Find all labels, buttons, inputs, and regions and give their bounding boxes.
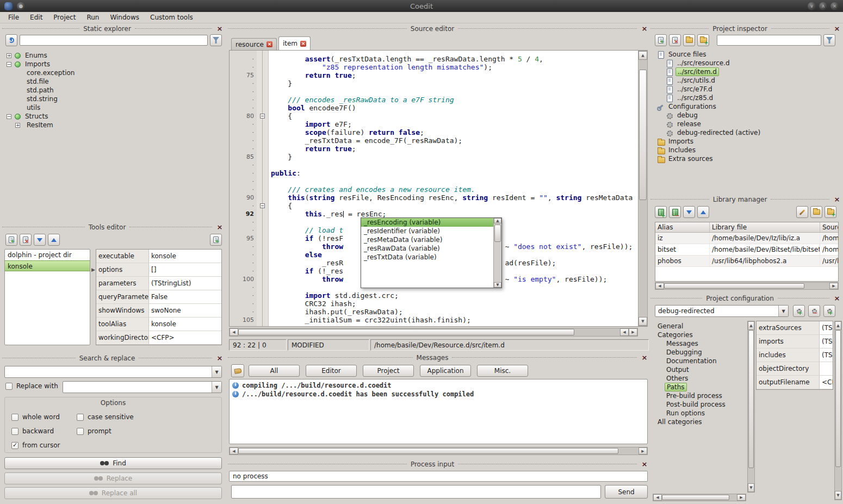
- close-panel-icon[interactable]: ×: [641, 461, 648, 468]
- property-value[interactable]: <CFP>: [820, 376, 833, 389]
- property-row[interactable]: executable konsole: [96, 250, 221, 263]
- property-value[interactable]: (TStringList): [820, 335, 833, 348]
- scrollbar-thumb[interactable]: [494, 225, 501, 242]
- library-row[interactable]: iz /home/basile/Dev/Iz/lib/iz.a /home/ba…: [655, 233, 838, 244]
- replace-button[interactable]: Replace: [4, 472, 222, 484]
- tree-item[interactable]: + Enums: [4, 51, 222, 60]
- replace-all-button[interactable]: Replace all: [4, 487, 222, 499]
- category-item[interactable]: General: [653, 322, 746, 331]
- editor-horizontal-scrollbar[interactable]: ◀ ◀ ▶: [229, 328, 638, 337]
- editor-tab[interactable]: item ×: [278, 36, 311, 50]
- filter-button[interactable]: [210, 34, 222, 46]
- categories-vertical-scrollbar[interactable]: ▲ ▼: [747, 321, 755, 493]
- property-row[interactable]: toolAlias konsole: [96, 318, 221, 331]
- chevron-down-icon[interactable]: ▼: [778, 306, 788, 316]
- scrollbar-thumb[interactable]: [748, 330, 754, 468]
- remove-source-button[interactable]: [669, 34, 681, 46]
- code-line[interactable]: ·: [230, 88, 647, 96]
- option-checkbox[interactable]: [77, 414, 84, 421]
- property-row[interactable]: extraSources (TStringList): [757, 321, 833, 335]
- tree-item[interactable]: Imports: [655, 137, 839, 146]
- fold-collapse-icon[interactable]: −: [260, 203, 265, 208]
- menu-item[interactable]: Custom tools: [145, 13, 198, 22]
- property-value[interactable]: [820, 362, 833, 375]
- scrollbar-thumb[interactable]: [664, 283, 804, 289]
- code-line[interactable]: · "z85 representation length mismatches"…: [230, 63, 647, 71]
- add-configuration-button[interactable]: [793, 305, 805, 317]
- tree-item[interactable]: + ResItem: [4, 121, 222, 129]
- property-row[interactable]: queryParameters False: [96, 290, 221, 304]
- message-filter-button[interactable]: Project: [363, 365, 414, 377]
- search-option[interactable]: from cursor: [11, 441, 77, 449]
- property-value[interactable]: konsole: [149, 318, 221, 331]
- remove-tool-button[interactable]: [20, 234, 32, 246]
- tree-item[interactable]: std.path: [4, 86, 222, 95]
- scrollbar-thumb[interactable]: [238, 448, 618, 454]
- code-line[interactable]: · import std.digest.crc;: [230, 291, 647, 300]
- code-line[interactable]: ·: [230, 161, 647, 169]
- property-row[interactable]: workingDirectory <CFP>: [96, 331, 221, 345]
- remove-library-button[interactable]: [669, 206, 681, 218]
- scroll-up-icon[interactable]: ▲: [835, 321, 841, 330]
- search-option[interactable]: case sensitive: [77, 413, 221, 421]
- categories-horizontal-scrollbar[interactable]: ◀ ▶: [653, 494, 746, 501]
- code-line[interactable]: ·: [230, 177, 647, 185]
- category-item[interactable]: Documentation: [653, 357, 746, 365]
- category-item[interactable]: Output: [653, 365, 746, 374]
- tree-item[interactable]: std.string: [4, 95, 222, 103]
- fold-margin[interactable]: −: [257, 202, 269, 210]
- option-checkbox[interactable]: [11, 414, 18, 421]
- scroll-left-icon[interactable]: ◀: [230, 328, 238, 336]
- menu-item[interactable]: Run: [82, 13, 104, 22]
- column-header[interactable]: Alias: [655, 222, 710, 232]
- tool-list-item[interactable]: konsole: [5, 260, 90, 271]
- column-header[interactable]: Library file: [710, 222, 820, 232]
- message-filter-button[interactable]: All: [249, 365, 300, 377]
- message-filter-button[interactable]: Misc.: [477, 365, 528, 377]
- category-item[interactable]: Post-build process: [653, 400, 746, 409]
- scroll-left-icon[interactable]: ◀: [655, 283, 664, 289]
- library-file-button[interactable]: [810, 206, 822, 218]
- code-line[interactable]: 92 this._res = resEnc;: [230, 210, 647, 218]
- property-row[interactable]: options []: [96, 263, 221, 277]
- column-header[interactable]: Sources: [820, 222, 839, 232]
- tree-item[interactable]: Extra sources: [655, 154, 839, 163]
- tree-item[interactable]: ../src/item.d: [655, 67, 839, 76]
- category-item[interactable]: Debugging: [653, 348, 746, 357]
- property-value[interactable]: (TStringList): [149, 277, 221, 290]
- close-panel-icon[interactable]: ×: [216, 25, 224, 33]
- scroll-right-icon[interactable]: ▶: [737, 494, 746, 501]
- move-tool-down-button[interactable]: [34, 234, 46, 246]
- tree-item[interactable]: std.file: [4, 77, 222, 86]
- category-item[interactable]: Categories: [653, 331, 746, 339]
- tree-item[interactable]: debug-redirected (active): [655, 128, 839, 137]
- option-checkbox[interactable]: [11, 428, 18, 435]
- option-checkbox[interactable]: [11, 442, 18, 449]
- tree-item[interactable]: Includes: [655, 146, 839, 154]
- code-line[interactable]: · /// encodes _resRawData to a e7F strin…: [230, 96, 647, 104]
- tab-close-icon[interactable]: ×: [300, 41, 306, 47]
- tree-item[interactable]: ../src/resource.d: [655, 59, 839, 67]
- tree-item[interactable]: ../src/e7F.d: [655, 85, 839, 94]
- window-close-button[interactable]: ×: [830, 2, 839, 10]
- fold-collapse-icon[interactable]: −: [260, 114, 265, 119]
- window-maximize-button[interactable]: ∧: [819, 2, 827, 10]
- property-value[interactable]: <CFP>: [149, 331, 221, 344]
- open-folder-button[interactable]: [697, 34, 709, 46]
- move-library-up-button[interactable]: [697, 206, 709, 218]
- scroll-left-icon[interactable]: ◀: [653, 494, 662, 501]
- chevron-down-icon[interactable]: ▼: [212, 366, 221, 377]
- completion-item[interactable]: _resEncoding (variable): [361, 218, 493, 227]
- add-folder-button[interactable]: [683, 34, 695, 46]
- property-row[interactable]: imports (TStringList): [757, 335, 833, 349]
- completion-item[interactable]: _resRawData (variable): [361, 244, 493, 253]
- configuration-select[interactable]: debug-redirected ▼: [655, 305, 789, 317]
- scrollbar-thumb[interactable]: [835, 330, 841, 467]
- code-line[interactable]: · import e7F;: [230, 120, 647, 128]
- library-row[interactable]: bitset /home/basile/Dev/Bitset/lib/bitse…: [655, 244, 838, 256]
- window-minimize-button[interactable]: ∨: [808, 2, 816, 10]
- code-line[interactable]: · scope(failure) return false;: [230, 128, 647, 136]
- replace-text-combo[interactable]: ▼: [63, 381, 222, 393]
- scroll-left-icon[interactable]: ◀: [230, 447, 238, 455]
- property-value[interactable]: (TStringList): [820, 321, 833, 334]
